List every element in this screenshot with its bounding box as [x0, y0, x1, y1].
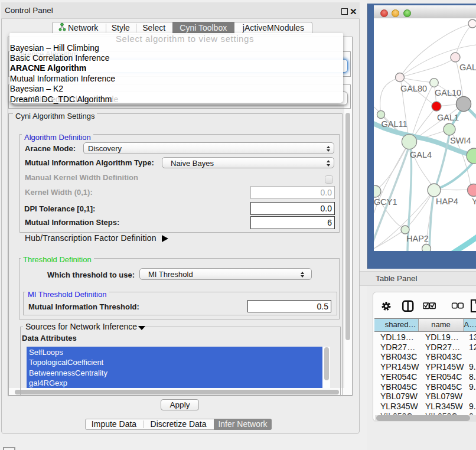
svg-text:YEL0: YEL0 — [472, 197, 476, 206]
svg-text:GAL10: GAL10 — [435, 88, 461, 97]
svg-text:GAL11: GAL11 — [382, 119, 407, 129]
svg-text:GAL1: GAL1 — [437, 113, 459, 122]
svg-text:SWI4: SWI4 — [450, 136, 471, 145]
svg-text:GAL7: GAL7 — [459, 63, 476, 72]
svg-text:GAL4: GAL4 — [410, 150, 432, 159]
svg-text:HAP2: HAP2 — [406, 234, 429, 243]
svg-text:HAP4: HAP4 — [436, 197, 458, 206]
svg-text:GAL80: GAL80 — [400, 84, 427, 93]
svg-text:GCY1: GCY1 — [374, 197, 397, 207]
